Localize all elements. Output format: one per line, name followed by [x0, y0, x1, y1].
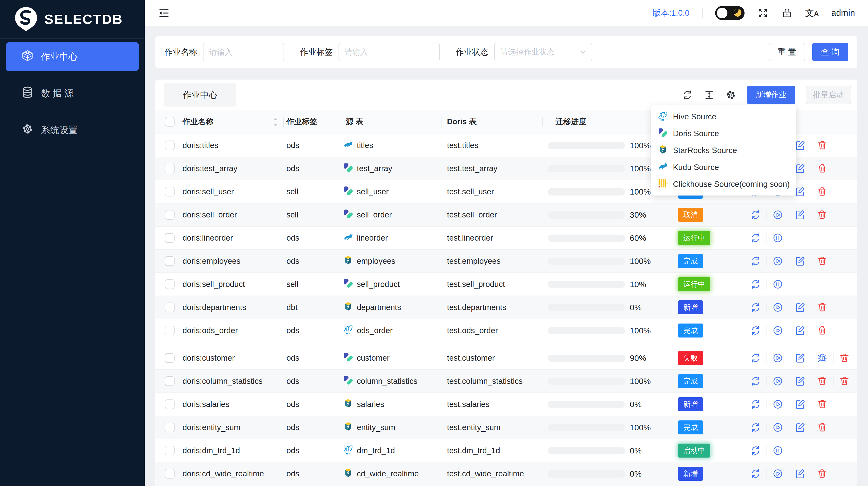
row-checkbox[interactable] [165, 280, 175, 289]
row-checkbox[interactable] [165, 187, 175, 196]
tab-job-center[interactable]: 作业中心 [164, 84, 236, 106]
play-action-icon[interactable] [772, 302, 783, 313]
column-height-icon[interactable] [704, 90, 715, 100]
sync-action-icon[interactable] [750, 279, 761, 290]
bug-action-icon[interactable] [817, 352, 828, 363]
menu-fold-icon[interactable] [158, 7, 170, 19]
row-checkbox[interactable] [165, 302, 175, 312]
edit-action-icon[interactable] [795, 352, 806, 363]
source-table-name: customer [357, 353, 390, 363]
source-table: lineorder [343, 227, 388, 249]
row-checkbox[interactable] [165, 233, 175, 243]
doris-icon [343, 278, 353, 291]
job-tag-input[interactable] [339, 43, 440, 61]
sidebar-item-0[interactable]: 作业中心 [6, 42, 139, 71]
sync-action-icon[interactable] [750, 468, 761, 479]
edit-action-icon[interactable] [795, 468, 806, 479]
edit-action-icon[interactable] [795, 186, 806, 197]
job-tag: ods [286, 319, 299, 342]
row-checkbox[interactable] [165, 353, 175, 363]
add-job-button[interactable]: 新增作业 [747, 86, 795, 104]
pause-action-icon[interactable] [772, 232, 783, 244]
row-checkbox[interactable] [165, 446, 175, 455]
search-button[interactable]: 查 询 [812, 43, 848, 61]
row-checkbox[interactable] [165, 256, 175, 266]
edit-action-icon[interactable] [795, 302, 806, 313]
sidebar-item-1[interactable]: 数 据 源 [6, 78, 139, 108]
row-checkbox[interactable] [165, 423, 175, 432]
select-all-checkbox[interactable] [165, 117, 175, 127]
fullscreen-icon[interactable] [757, 7, 769, 19]
job-status-select[interactable]: 请选择作业状态 [494, 43, 592, 61]
doris-table: test.customer [447, 347, 495, 369]
dropdown-item-clickhouse-source[interactable]: Clickhouse Source(coming soon) [651, 176, 796, 193]
play-action-icon[interactable] [772, 422, 783, 433]
sync-action-icon[interactable] [750, 232, 761, 244]
trash-action-icon[interactable] [817, 186, 828, 197]
row-checkbox[interactable] [165, 399, 175, 409]
sync-action-icon[interactable] [750, 422, 761, 433]
doris-icon [343, 352, 353, 364]
dropdown-item-starrocks-source[interactable]: StarRocks Source [651, 142, 796, 159]
play-action-icon[interactable] [772, 209, 783, 220]
sync-action-icon[interactable] [750, 209, 761, 220]
row-checkbox[interactable] [165, 164, 175, 173]
dropdown-item-hive-source[interactable]: Hive Source [651, 108, 796, 125]
trash-action-icon[interactable] [817, 302, 828, 313]
trash-action-icon[interactable] [817, 140, 828, 151]
dropdown-item-doris-source[interactable]: Doris Source [651, 125, 796, 142]
row-checkbox[interactable] [165, 469, 175, 479]
row-checkbox[interactable] [165, 210, 175, 220]
trash-action-icon[interactable] [817, 422, 828, 433]
sync-action-icon[interactable] [750, 445, 761, 456]
settings-gear-icon[interactable] [725, 90, 736, 100]
edit-action-icon[interactable] [795, 399, 806, 410]
pause-action-icon[interactable] [772, 279, 783, 290]
trash-action-icon[interactable] [817, 209, 828, 220]
batch-start-button[interactable]: 批量启动 [806, 86, 851, 104]
status-badge: 完成 [678, 420, 703, 434]
trash-action-icon[interactable] [817, 163, 828, 174]
edit-action-icon[interactable] [795, 140, 806, 151]
play-action-icon[interactable] [772, 376, 783, 387]
trash-action-icon[interactable] [817, 376, 828, 387]
edit-action-icon[interactable] [795, 422, 806, 433]
trash-action-icon[interactable] [839, 376, 850, 387]
edit-action-icon[interactable] [795, 256, 806, 267]
username[interactable]: admin [831, 8, 855, 18]
sync-action-icon[interactable] [750, 325, 761, 336]
trash-action-icon[interactable] [817, 468, 828, 479]
reset-button[interactable]: 重 置 [769, 43, 805, 61]
edit-action-icon[interactable] [795, 325, 806, 336]
edit-action-icon[interactable] [795, 376, 806, 387]
sidebar-item-2[interactable]: 系统设置 [6, 115, 139, 144]
sync-action-icon[interactable] [750, 256, 761, 267]
trash-action-icon[interactable] [817, 399, 828, 410]
play-action-icon[interactable] [772, 352, 783, 363]
play-action-icon[interactable] [772, 325, 783, 336]
progress-bar [548, 470, 625, 478]
trash-action-icon[interactable] [817, 325, 828, 336]
sync-action-icon[interactable] [750, 352, 761, 363]
row-checkbox[interactable] [165, 326, 175, 335]
sort-icon[interactable] [273, 117, 279, 127]
refresh-icon[interactable] [682, 90, 693, 100]
translate-icon[interactable]: 文A [805, 7, 819, 19]
play-action-icon[interactable] [772, 256, 783, 267]
trash-action-icon[interactable] [839, 352, 850, 363]
dropdown-item-kudu-source[interactable]: Kudu Source [651, 159, 796, 176]
row-checkbox[interactable] [165, 376, 175, 386]
row-checkbox[interactable] [165, 140, 175, 150]
edit-action-icon[interactable] [795, 163, 806, 174]
edit-action-icon[interactable] [795, 209, 806, 220]
lock-icon[interactable] [781, 7, 793, 19]
job-name-input[interactable] [203, 43, 284, 61]
sync-action-icon[interactable] [750, 376, 761, 387]
pause-action-icon[interactable] [772, 445, 783, 456]
sync-action-icon[interactable] [750, 302, 761, 313]
play-action-icon[interactable] [772, 399, 783, 410]
theme-toggle[interactable] [715, 6, 745, 20]
sync-action-icon[interactable] [750, 399, 761, 410]
play-action-icon[interactable] [772, 468, 783, 479]
trash-action-icon[interactable] [817, 256, 828, 267]
